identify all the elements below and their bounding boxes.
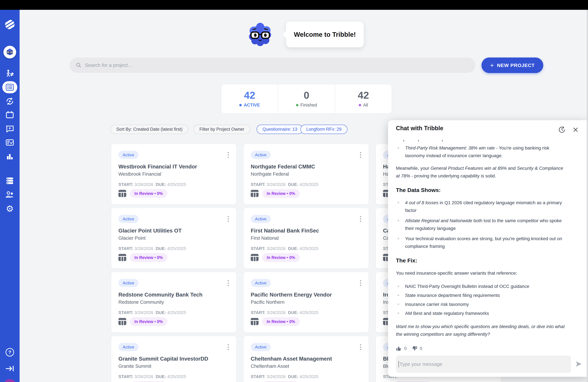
search-icon: [76, 63, 81, 68]
sync-sparkle-icon[interactable]: [0, 96, 20, 106]
table-icon: [118, 190, 126, 197]
thumbs-down-button[interactable]: 0: [412, 345, 422, 352]
text-cursor: [399, 361, 399, 367]
project-company: Redstone Community: [118, 299, 231, 305]
project-card[interactable]: Active Redstone Community Bank Tech Reds…: [111, 272, 236, 333]
chat-message-input[interactable]: Type your message: [396, 356, 571, 373]
project-card[interactable]: Active Glacier Point Utilities OT Glacie…: [111, 208, 236, 269]
stat-all-value: 42: [358, 90, 369, 100]
card-menu-button[interactable]: [227, 151, 230, 159]
project-title: Glacier Point Utilities OT: [118, 228, 231, 234]
all-dot: [359, 104, 361, 106]
welcome-bubble: Welcome to Tribble!: [286, 21, 364, 47]
table-icon: [118, 318, 126, 325]
thumbs-up-button[interactable]: 0: [396, 345, 407, 352]
sidebar-item-projects-active[interactable]: [2, 81, 17, 93]
top-bar: [0, 0, 588, 10]
survey-checklist-icon[interactable]: [0, 138, 20, 147]
thumbs-up-icon: [396, 346, 402, 351]
progress-badge: In Review • 0%: [130, 381, 168, 382]
stat-all[interactable]: 42 All: [335, 84, 392, 113]
longform-filter-chip[interactable]: Longform RFx: 29: [300, 125, 347, 134]
progress-badge: In Review • 0%: [262, 253, 300, 262]
project-title: Westbrook Financial IT Vendor: [118, 164, 231, 170]
stat-finished-value: 0: [304, 90, 309, 100]
card-menu-button[interactable]: [359, 279, 362, 287]
bar-chart-icon[interactable]: [0, 152, 20, 161]
questionnaire-filter-chip[interactable]: Questionnaire: 13: [257, 125, 303, 134]
stat-active-value: 42: [244, 90, 255, 100]
send-icon: [575, 360, 583, 368]
chat-input-placeholder: Type your message: [399, 361, 442, 367]
logout-icon[interactable]: [0, 364, 20, 374]
project-card[interactable]: Active Westbrook Financial IT Vendor Wes…: [111, 144, 236, 205]
project-title: First National Bank FinSec: [251, 228, 364, 234]
page-scrollbar[interactable]: [587, 10, 588, 382]
send-button[interactable]: [574, 359, 583, 369]
new-project-button[interactable]: + NEW PROJECT: [482, 58, 543, 73]
app-window: ⚙ ? TK Welcome to Tribble! Search for a …: [0, 0, 588, 382]
status-badge: Active: [118, 151, 139, 159]
calendar-icon[interactable]: [0, 110, 20, 120]
project-company: Westbrook Financial: [118, 171, 231, 177]
agent-handoff-icon[interactable]: [0, 69, 20, 78]
card-menu-button[interactable]: [359, 343, 362, 351]
chat-close-button[interactable]: [572, 126, 580, 134]
data-stack-icon[interactable]: [0, 176, 20, 186]
project-card[interactable]: Active Cheltenham Asset Management Chelt…: [243, 336, 369, 382]
project-dates: START: 3/26/2026 DUE: 4/25/2025: [118, 310, 186, 315]
chat-history-button[interactable]: [558, 126, 566, 134]
project-company: Northgate Federal: [251, 171, 364, 177]
progress-badge: In Review • 0%: [130, 189, 168, 198]
longform-chip-label: Longform RFx: 29: [306, 127, 341, 132]
owner-filter-chip[interactable]: Filter by Project Owner: [193, 125, 250, 134]
project-company: Granite Summit: [118, 363, 231, 369]
questionnaire-chip-label: Questionnaire: 13: [262, 127, 297, 132]
table-icon: [251, 254, 259, 261]
user-avatar[interactable]: TK: [4, 379, 16, 382]
chat-sparkle-icon[interactable]: [0, 124, 20, 133]
project-card[interactable]: Active Northgate Federal CMMC Northgate …: [243, 144, 369, 205]
table-icon: [118, 254, 126, 261]
project-card[interactable]: Active Pacific Northern Energy Vendor Pa…: [243, 272, 369, 333]
status-badge: Active: [251, 215, 271, 223]
history-icon: [558, 126, 566, 133]
settings-gear-icon[interactable]: ⚙: [0, 203, 20, 214]
project-stats-card: 42 ACTIVE 0 Finished 42 All: [221, 84, 392, 114]
progress-badge: In Review • 0%: [395, 381, 432, 382]
stat-active[interactable]: 42 ACTIVE: [221, 84, 278, 113]
project-dates: START: 3/26/2026 DUE: 4/25/2025: [251, 310, 318, 315]
tribble-logo-icon[interactable]: [0, 19, 20, 30]
help-icon[interactable]: ?: [0, 347, 20, 357]
stat-finished[interactable]: 0 Finished: [278, 84, 335, 113]
project-dates: START: 3/26/2026 DUE: 4/25/2025: [118, 182, 186, 187]
card-menu-button[interactable]: [227, 279, 230, 287]
new-project-label: NEW PROJECT: [497, 63, 535, 68]
project-title: Northgate Federal CMMC: [251, 164, 364, 170]
close-icon: [572, 127, 579, 133]
table-icon: [251, 318, 259, 325]
progress-badge: In Review • 0%: [262, 189, 300, 198]
project-title: Cheltenham Asset Management: [251, 356, 364, 362]
owner-chip-label: Filter by Project Owner: [199, 127, 244, 132]
card-menu-button[interactable]: [227, 215, 230, 223]
project-company: Cheltenham Asset: [251, 363, 364, 369]
stat-finished-label: Finished: [300, 103, 317, 108]
project-search-input[interactable]: Search for a project...: [70, 58, 475, 73]
active-dot: [239, 104, 242, 106]
sort-chip[interactable]: Sort By: Created Date (latest first): [110, 125, 188, 134]
people-icon[interactable]: [0, 190, 20, 199]
card-menu-button[interactable]: [227, 343, 230, 351]
chat-heading: The Fix:: [396, 257, 566, 264]
card-menu-button[interactable]: [359, 151, 362, 159]
progress-badge: In Review • 0%: [262, 381, 300, 382]
card-menu-button[interactable]: [359, 215, 362, 223]
project-card[interactable]: Active Granite Summit Capital InvestorDD…: [111, 336, 236, 382]
project-card[interactable]: Active First National Bank FinSec First …: [243, 208, 369, 269]
tribble-mascot-avatar[interactable]: [3, 46, 16, 59]
finished-dot: [296, 104, 298, 106]
thumbs-down-count: 0: [420, 345, 422, 352]
feedback-row: 0 0: [396, 345, 566, 352]
project-dates: START: 3/26/2026 DUE: 4/25/2025: [118, 246, 186, 251]
stat-active-label: ACTIVE: [244, 103, 260, 108]
